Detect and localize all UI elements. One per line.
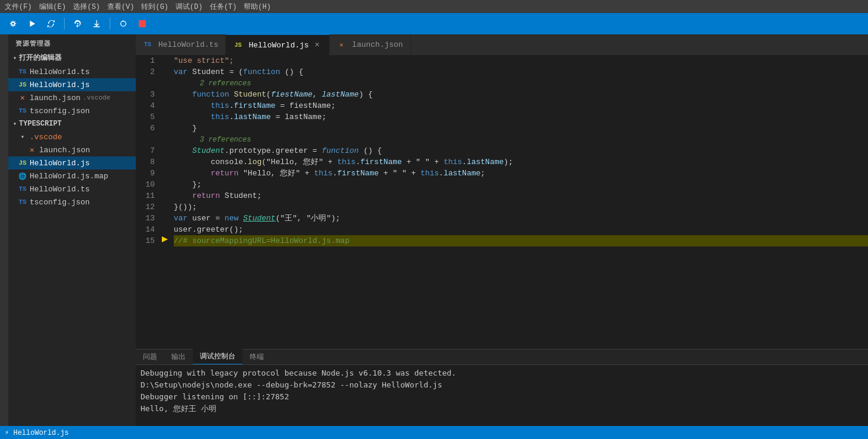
- ref-hint-3: 3 references: [174, 134, 868, 145]
- sidebar-item-tsconfig-tree[interactable]: TS tsconfig.json: [8, 196, 136, 209]
- tab-helloworld-ts[interactable]: TS HelloWorld.ts: [136, 34, 226, 55]
- code-line-11: return Student;: [174, 190, 868, 201]
- code-line-5: this.lastName = lastName;: [174, 111, 868, 123]
- debug-step-over-button[interactable]: [69, 15, 86, 32]
- status-bar: ⚡ HelloWorld.js: [0, 426, 868, 439]
- ts-icon-3: TS: [18, 184, 27, 194]
- line-num-1: 1: [136, 55, 155, 66]
- debug-arrow: [161, 235, 169, 246]
- ref-hint-2: 2 references: [174, 78, 868, 89]
- panel-tab-problems[interactable]: 问题: [136, 349, 164, 364]
- menu-view[interactable]: 查看(V): [107, 2, 135, 12]
- toolbar-sep-2: [110, 18, 110, 30]
- status-text: ⚡ HelloWorld.js: [5, 428, 69, 437]
- code-area[interactable]: "use strict"; var Student = (function ()…: [171, 55, 868, 349]
- map-icon: 🌐: [18, 171, 27, 181]
- sidebar-title: 资源管理器: [8, 34, 136, 50]
- menu-debug[interactable]: 调试(D): [175, 2, 203, 12]
- tab-launch-json[interactable]: ✕ launch.json: [330, 34, 411, 55]
- code-line-4: this.firstName = fiestName;: [174, 100, 868, 111]
- sidebar-item-helloworld-map[interactable]: 🌐 HelloWorld.js.map: [8, 169, 136, 182]
- menu-goto[interactable]: 转到(G): [141, 2, 168, 12]
- line-num-ref2: [136, 134, 155, 145]
- svg-rect-1: [139, 20, 146, 27]
- sidebar-item-launch-json-tree[interactable]: ✕ launch.json: [8, 143, 136, 156]
- line-num-15: 15: [136, 235, 155, 246]
- section-open-editors-label: 打开的编辑器: [19, 53, 62, 63]
- panel-tab-terminal[interactable]: 终端: [242, 349, 271, 364]
- code-line-2: var Student = (function () {: [174, 66, 868, 78]
- folder-open-icon: ▾: [18, 132, 27, 142]
- code-line-14: user.greeter();: [174, 224, 868, 235]
- menu-help[interactable]: 帮助(H): [244, 2, 271, 12]
- editor-main: 1 2 3 4 5 6 7 8 9 10 11 12 13 14 15: [136, 55, 868, 349]
- debug-config-button[interactable]: [5, 15, 21, 32]
- debug-restart-button[interactable]: [43, 15, 59, 32]
- console-line-1: Debugging with legacy protocol because N…: [141, 367, 863, 379]
- tab-js-icon: JS: [233, 40, 242, 50]
- sidebar: 资源管理器 ▾ 打开的编辑器 TS HelloWorld.ts JS Hello…: [8, 34, 136, 426]
- debug-reload-button[interactable]: [115, 15, 132, 32]
- chevron-down-icon-2: ▾: [13, 120, 17, 127]
- chevron-down-icon: ▾: [13, 55, 17, 62]
- line-num-10: 10: [136, 179, 155, 190]
- js-icon-2: JS: [18, 158, 27, 168]
- line-num-13: 13: [136, 213, 155, 224]
- tab-launch-json-label: launch.json: [352, 40, 403, 49]
- tab-json-icon: ✕: [337, 40, 346, 50]
- debug-start-button[interactable]: [24, 15, 40, 32]
- code-line-8: console.log("Hello, 您好" + this.firstName…: [174, 156, 868, 168]
- code-line-1: "use strict";: [174, 55, 868, 66]
- line-num-2: 2: [136, 66, 155, 78]
- sidebar-item-tsconfig[interactable]: TS tsconfig.json: [8, 104, 136, 117]
- debug-toolbar: [0, 13, 868, 34]
- tab-helloworld-js[interactable]: JS HelloWorld.js ×: [226, 34, 329, 55]
- panel-tab-output[interactable]: 输出: [164, 349, 193, 364]
- tab-bar: TS HelloWorld.ts JS HelloWorld.js × ✕ la…: [136, 34, 868, 55]
- editor-container: TS HelloWorld.ts JS HelloWorld.js × ✕ la…: [136, 34, 868, 426]
- code-line-7: Student.prototype.greeter = function () …: [174, 145, 868, 156]
- svg-marker-2: [162, 236, 168, 242]
- close-icon-2: ✕: [27, 145, 37, 155]
- section-typescript[interactable]: ▾ TYPESCRIPT: [8, 117, 136, 130]
- panel-tab-debug-console[interactable]: 调试控制台: [193, 349, 242, 364]
- code-line-12: }());: [174, 201, 868, 213]
- console-line-2: D:\Setup\nodejs\node.exe --debug-brk=278…: [141, 379, 863, 391]
- line-num-5: 5: [136, 111, 155, 123]
- bottom-panel: 问题 输出 调试控制台 终端 Debugging with legacy pro…: [136, 349, 868, 426]
- menu-file[interactable]: 文件(F): [5, 2, 32, 12]
- line-num-7: 7: [136, 145, 155, 156]
- ts-icon-4: TS: [18, 197, 27, 207]
- menu-select[interactable]: 选择(S): [73, 2, 100, 12]
- menu-task[interactable]: 任务(T): [210, 2, 237, 12]
- section-typescript-label: TYPESCRIPT: [19, 120, 62, 128]
- vscode-folder-label: .vscode: [30, 133, 62, 142]
- debug-step-into-button[interactable]: [88, 15, 105, 32]
- sidebar-item-helloworld-ts-tree[interactable]: TS HelloWorld.ts: [8, 182, 136, 196]
- sidebar-item-helloworld-js-tree[interactable]: JS HelloWorld.js: [8, 156, 136, 169]
- code-line-13: var user = new Student("王", "小明");: [174, 213, 868, 224]
- debug-stop-button[interactable]: [134, 15, 151, 32]
- section-open-editors[interactable]: ▾ 打开的编辑器: [8, 50, 136, 65]
- toolbar-sep-1: [64, 18, 65, 30]
- console-line-4: Hello, 您好王 小明: [141, 403, 863, 415]
- line-num-4: 4: [136, 100, 155, 111]
- menu-bar: 文件(F) 编辑(E) 选择(S) 查看(V) 转到(G) 调试(D) 任务(T…: [0, 0, 868, 13]
- code-line-3: function Student(fiestName, lastName) {: [174, 89, 868, 100]
- menu-edit[interactable]: 编辑(E): [39, 2, 66, 12]
- sidebar-item-helloworld-ts[interactable]: TS HelloWorld.ts: [8, 65, 136, 78]
- sidebar-item-vscode-folder[interactable]: ▾ .vscode: [8, 130, 136, 143]
- ts-icon-2: TS: [18, 106, 27, 116]
- line-num-6: 6: [136, 123, 155, 134]
- launch-json-path: .vscode: [83, 94, 110, 101]
- tab-close-button[interactable]: ×: [312, 40, 322, 50]
- line-num-3: 3: [136, 89, 155, 100]
- panel-content: Debugging with legacy protocol because N…: [136, 365, 868, 426]
- line-num-14: 14: [136, 224, 155, 235]
- activity-bar: [0, 34, 8, 426]
- sidebar-item-helloworld-js[interactable]: JS HelloWorld.js: [8, 78, 136, 91]
- sidebar-item-launch-json[interactable]: ✕ launch.json .vscode: [8, 91, 136, 104]
- close-icon: ✕: [18, 93, 27, 102]
- tab-ts-icon: TS: [143, 40, 152, 50]
- line-num-12: 12: [136, 201, 155, 213]
